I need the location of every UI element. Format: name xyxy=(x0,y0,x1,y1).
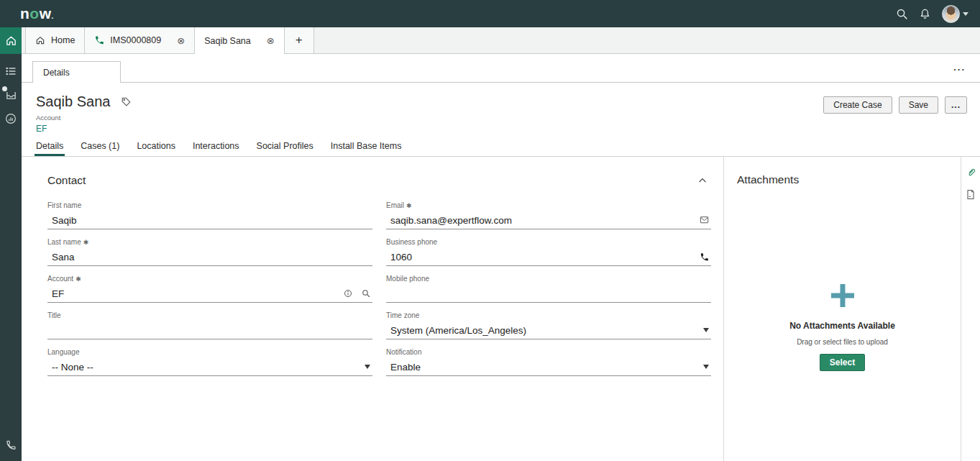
sidebar-list-icon[interactable] xyxy=(5,65,17,77)
business-phone-field: Business phone 1060 xyxy=(386,238,711,266)
tab-label: Saqib Sana xyxy=(204,36,251,46)
avatar[interactable] xyxy=(942,5,960,23)
title-field: Title xyxy=(47,311,372,339)
close-tab-icon[interactable]: ⊗ xyxy=(177,36,185,45)
account-link[interactable]: EF xyxy=(36,124,47,134)
plus-icon xyxy=(830,283,856,309)
empty-state-subtitle: Drag or select files to upload xyxy=(797,338,888,346)
save-button[interactable]: Save xyxy=(899,96,938,114)
app-sidebar xyxy=(0,27,22,461)
new-tab-button[interactable]: + xyxy=(285,27,314,53)
tab-details[interactable]: Details xyxy=(35,141,65,156)
field-label: Language xyxy=(47,348,80,356)
first-name-input[interactable]: Saqib xyxy=(47,213,372,229)
paperclip-icon[interactable] xyxy=(966,167,976,178)
select-files-button[interactable]: Select xyxy=(820,354,865,371)
phone-icon[interactable] xyxy=(700,252,709,262)
panel-more-button[interactable]: ... xyxy=(953,62,966,73)
tab-home[interactable]: Home xyxy=(25,27,85,53)
required-marker: ✱ xyxy=(83,239,89,246)
panel-tab-row: Details ... xyxy=(22,54,980,83)
required-marker: ✱ xyxy=(406,202,412,209)
attachments-title: Attachments xyxy=(737,173,961,186)
field-label: Account xyxy=(47,275,73,283)
email-field: Email✱ saqib.sana@expertflow.com xyxy=(386,201,711,229)
create-case-button[interactable]: Create Case xyxy=(823,96,892,114)
search-icon[interactable] xyxy=(896,8,908,20)
sidebar-analytics-icon[interactable] xyxy=(4,112,17,125)
tab-locations[interactable]: Locations xyxy=(135,141,177,156)
account-label: Account xyxy=(36,114,980,122)
timezone-field: Time zone System (America/Los_Angeles) xyxy=(386,311,711,339)
language-field: Language -- None -- xyxy=(47,348,372,376)
user-menu[interactable] xyxy=(942,5,968,23)
search-icon[interactable] xyxy=(362,289,370,298)
contact-form-panel: Contact First name Saqib Last name✱ Sana… xyxy=(22,157,723,461)
caret-down-icon xyxy=(963,12,968,16)
tab-interactions[interactable]: Interactions xyxy=(191,141,241,156)
last-name-input[interactable]: Sana xyxy=(47,250,372,266)
field-label: Last name xyxy=(47,238,81,246)
tab-label: IMS0000809 xyxy=(110,35,161,45)
servicenow-logo: now. xyxy=(20,5,54,22)
language-select[interactable]: -- None -- xyxy=(47,360,372,376)
bell-icon[interactable] xyxy=(919,8,931,20)
close-tab-icon[interactable]: ⊗ xyxy=(267,36,275,45)
timezone-select[interactable]: System (America/Los_Angeles) xyxy=(386,323,711,339)
record-workspace: Details ... Saqib Sana Account EF Create… xyxy=(22,54,980,461)
email-input[interactable]: saqib.sana@expertflow.com xyxy=(386,213,711,229)
account-input[interactable]: EF xyxy=(47,286,372,303)
mobile-phone-field: Mobile phone xyxy=(386,275,711,303)
notification-field: Notification Enable xyxy=(386,348,711,376)
field-label: Business phone xyxy=(386,238,437,246)
contact-section-title: Contact xyxy=(47,174,86,187)
workspace-tab-strip: Home IMS0000809 ⊗ Saqib Sana ⊗ + xyxy=(22,27,980,54)
tab-interaction[interactable]: IMS0000809 ⊗ xyxy=(85,27,195,53)
tab-install-base-items[interactable]: Install Base Items xyxy=(329,141,403,156)
home-icon xyxy=(35,35,45,45)
field-label: First name xyxy=(47,201,81,209)
phone-icon xyxy=(94,35,104,45)
required-marker: ✱ xyxy=(75,275,81,283)
mobile-phone-input[interactable] xyxy=(386,286,711,303)
field-label: Time zone xyxy=(386,311,419,319)
side-icon-rail xyxy=(961,157,980,461)
tab-label: Home xyxy=(51,35,75,45)
chevron-down-icon xyxy=(703,328,709,332)
attachments-panel: Attachments No Attachments Available Dra… xyxy=(723,157,961,461)
account-field: Account✱ EF xyxy=(47,275,372,303)
tag-icon[interactable] xyxy=(121,96,132,107)
attachments-empty-state: No Attachments Available Drag or select … xyxy=(724,283,961,371)
details-panel-tab[interactable]: Details xyxy=(32,61,121,83)
field-label: Email xyxy=(386,201,404,209)
record-header: Saqib Sana Account EF Create Case Save .… xyxy=(22,83,980,141)
first-name-field: First name Saqib xyxy=(47,201,372,229)
page-title: Saqib Sana xyxy=(36,93,110,110)
tab-cases[interactable]: Cases (1) xyxy=(79,141,121,156)
document-icon[interactable] xyxy=(966,189,976,200)
field-label: Title xyxy=(47,311,61,319)
notification-dot xyxy=(2,86,7,91)
chevron-down-icon xyxy=(703,365,709,369)
info-icon[interactable] xyxy=(344,289,352,298)
empty-state-title: No Attachments Available xyxy=(789,321,895,331)
app-header: now. xyxy=(0,0,980,27)
record-more-button[interactable]: ... xyxy=(945,96,967,114)
last-name-field: Last name✱ Sana xyxy=(47,238,372,266)
tab-contact[interactable]: Saqib Sana ⊗ xyxy=(195,27,285,54)
notification-select[interactable]: Enable xyxy=(386,360,711,376)
chevron-down-icon xyxy=(365,365,370,369)
field-label: Mobile phone xyxy=(386,275,429,283)
home-icon xyxy=(5,35,17,47)
business-phone-input[interactable]: 1060 xyxy=(386,250,711,266)
mail-icon[interactable] xyxy=(700,216,709,224)
record-tabs: Details Cases (1) Locations Interactions… xyxy=(22,141,980,157)
collapse-section-icon[interactable] xyxy=(697,175,707,186)
field-label: Notification xyxy=(386,348,421,356)
sidebar-phone-icon[interactable] xyxy=(0,439,22,451)
sidebar-inbox-icon[interactable] xyxy=(5,88,17,101)
title-input[interactable] xyxy=(47,323,372,339)
tab-social-profiles[interactable]: Social Profiles xyxy=(255,141,315,156)
sidebar-home-button[interactable] xyxy=(0,27,22,54)
